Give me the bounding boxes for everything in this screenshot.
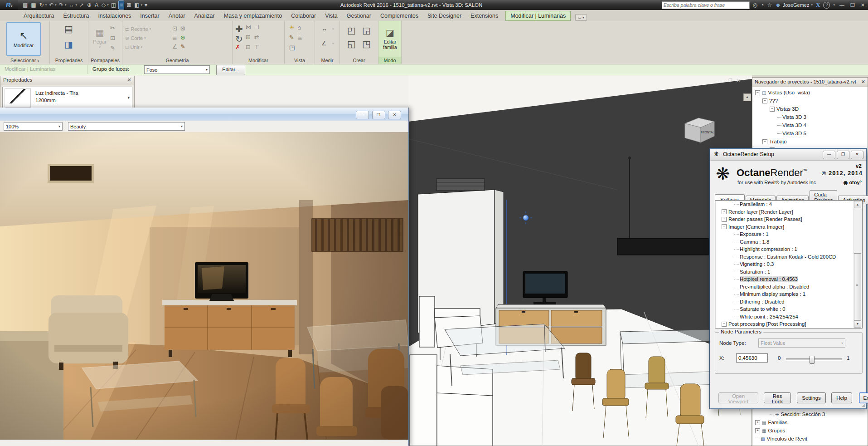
- edit-family-button[interactable]: ◪ Editar familia: [379, 23, 401, 54]
- default-3d-view-icon[interactable]: ◇: [101, 1, 107, 9]
- pb-item-vistas-3d[interactable]: −Vistas 3D: [752, 105, 868, 113]
- pb-item-familias[interactable]: +▤Familias: [752, 418, 868, 426]
- render-window-titlebar[interactable]: — ❐ ✕: [0, 108, 408, 121]
- exit-button[interactable]: Exit: [859, 392, 868, 403]
- sync-icon[interactable]: ↻: [39, 1, 45, 9]
- user-account-menu[interactable]: ☻ JoseGemez ▾: [775, 2, 813, 8]
- expander-icon[interactable]: +: [755, 420, 760, 425]
- maximize-button[interactable]: ❐: [837, 151, 849, 159]
- create-similar-icon[interactable]: ◳: [362, 39, 371, 50]
- type-properties-icon[interactable]: ▤: [64, 24, 73, 34]
- tab-estructura[interactable]: Estructura: [58, 11, 93, 21]
- aligned-dimension-icon[interactable]: ↗: [78, 1, 85, 9]
- expander-icon[interactable]: +: [722, 209, 727, 214]
- tab-instalaciones[interactable]: Instalaciones: [93, 11, 136, 21]
- search-input[interactable]: [662, 1, 750, 9]
- render-gallery-icon[interactable]: ⌂: [297, 24, 302, 33]
- tag-icon[interactable]: ⊕: [86, 1, 92, 9]
- tab-complementos[interactable]: Complementos: [376, 11, 423, 21]
- panel-label-modificar[interactable]: Modificar: [233, 57, 284, 64]
- revit-app-menu-button[interactable]: R▾: [0, 0, 18, 10]
- pendant-shade[interactable]: [617, 238, 708, 255]
- panel-label-modo[interactable]: Modo: [378, 57, 401, 64]
- paste-button[interactable]: ▦ Pegar ▾: [92, 23, 107, 53]
- view-minimize-icon[interactable]: —: [720, 78, 724, 83]
- measure-icon-dropdown[interactable]: ▾: [75, 3, 77, 7]
- pb-item-vistas-uso-vista[interactable]: −◫Vistas (Uso_vista): [752, 88, 868, 97]
- settings-button[interactable]: Settings: [797, 392, 826, 403]
- close-button[interactable]: ✕: [851, 151, 863, 159]
- exchange-apps-icon[interactable]: X: [816, 1, 820, 9]
- 3d-viewport[interactable]: FRONTAL — ❐ ✕ ▲: [408, 75, 752, 446]
- sync-icon-dropdown[interactable]: ▾: [45, 3, 47, 7]
- light-group-select[interactable]: Foso▾: [144, 65, 210, 74]
- resize-grip[interactable]: ◢: [862, 403, 865, 407]
- tab-modificar-luminarias[interactable]: Modificar | Luminarias: [505, 11, 571, 21]
- save-icon[interactable]: ▦: [30, 1, 37, 9]
- offset-icon[interactable]: ⇄: [254, 34, 259, 43]
- chevron-down-icon[interactable]: ▾: [127, 95, 130, 100]
- help-dropdown-icon[interactable]: ▾: [833, 3, 835, 7]
- pin-icon[interactable]: ⊤: [254, 44, 259, 53]
- tab-site-designer[interactable]: Site Designer: [423, 11, 466, 21]
- redo-icon-dropdown[interactable]: ▾: [65, 3, 67, 7]
- search-icon[interactable]: ◎: [753, 2, 757, 8]
- panel-label-vista[interactable]: Vista: [285, 57, 315, 64]
- geometry-unir-button[interactable]: ⊔Unir▾: [125, 43, 151, 52]
- wall-sweep-icon[interactable]: ⊡: [172, 25, 178, 33]
- setting-exposure[interactable]: Exposure : 1: [715, 230, 862, 238]
- delete-icon[interactable]: ✗: [235, 44, 243, 53]
- pb-item-trabajo[interactable]: −Trabajo: [752, 137, 868, 146]
- undo-icon-dropdown[interactable]: ▾: [55, 3, 57, 7]
- create-group-icon[interactable]: ◰: [347, 25, 356, 37]
- match-type-icon[interactable]: ✎: [110, 44, 115, 51]
- pb-item-vista-3d-3[interactable]: Vista 3D 3: [752, 113, 868, 121]
- pb-item-vista-3d-5[interactable]: Vista 3D 5: [752, 129, 868, 137]
- chevron-down-icon[interactable]: ▾: [332, 27, 334, 31]
- dialog-titlebar[interactable]: ❋ OctaneRender Setup — ❐ ✕: [710, 149, 866, 161]
- minimize-button[interactable]: —: [838, 2, 846, 8]
- tab-masa-y-emplazamiento[interactable]: Masa y emplazamiento: [219, 11, 287, 21]
- demolish-icon[interactable]: ≣: [172, 34, 178, 42]
- opening-icon[interactable]: ⊠: [180, 25, 185, 33]
- scroll-down-button[interactable]: ▼: [854, 320, 861, 328]
- help-button[interactable]: Help: [831, 392, 852, 403]
- expander-icon[interactable]: +: [722, 217, 727, 222]
- create-assembly-icon[interactable]: ◲: [362, 25, 371, 37]
- expander-icon[interactable]: −: [762, 139, 767, 144]
- geometry-recorte-button[interactable]: ⊏Recorte▾: [125, 25, 151, 34]
- setting-highlight-compression[interactable]: Highlight compression : 1: [715, 245, 862, 253]
- setting-response[interactable]: Response : Eastman Kodak - Gold 200CD: [715, 253, 862, 261]
- project-browser-header[interactable]: Navegador de proyectos - 1510_tatiana-v2…: [752, 78, 868, 87]
- setting-white-point[interactable]: White point : 254/254/254: [715, 313, 862, 321]
- render-icon[interactable]: ☀: [289, 24, 295, 33]
- view-restore-icon[interactable]: ❐: [728, 78, 732, 83]
- paint-icon[interactable]: ⊛: [180, 34, 185, 42]
- tab-gestionar[interactable]: Gestionar: [342, 11, 376, 21]
- setting-gamma[interactable]: Gamma : 1.8: [715, 238, 862, 246]
- align-icon[interactable]: ⊣: [254, 24, 259, 33]
- properties-header[interactable]: Propiedades ✕: [0, 76, 134, 85]
- close-icon[interactable]: ✕: [127, 77, 131, 83]
- pb-item-grupos[interactable]: +▦Grupos: [752, 426, 868, 435]
- type-selector[interactable]: Luz indirecta - Tira 1200mm ▾: [2, 87, 132, 108]
- modify-button[interactable]: ↖ Modificar: [6, 22, 41, 56]
- setting-imager[interactable]: −Imager [Camera Imager]: [715, 223, 862, 231]
- render-channel-select[interactable]: Beauty▾: [68, 122, 185, 131]
- panel-label-medir[interactable]: Medir: [315, 57, 339, 64]
- restore-button[interactable]: ❐: [849, 2, 856, 8]
- pb-item-vista-3d-4[interactable]: Vista 3D 4: [752, 121, 868, 129]
- chevron-down-icon[interactable]: ▾: [332, 42, 334, 45]
- default-3d-view-icon-dropdown[interactable]: ▾: [107, 3, 109, 7]
- setting-minimum-display-samples[interactable]: Minimum display samples : 1: [715, 290, 862, 298]
- scroll-up-button[interactable]: ▲: [854, 201, 861, 208]
- viewcube-front-label[interactable]: FRONTAL: [701, 131, 714, 134]
- expander-icon[interactable]: −: [722, 322, 727, 327]
- minimize-button[interactable]: —: [823, 151, 835, 159]
- maximize-button[interactable]: ❐: [372, 111, 385, 119]
- redo-icon[interactable]: ↷: [58, 1, 64, 9]
- move-icon[interactable]: ✚: [235, 24, 243, 33]
- expander-icon[interactable]: −: [770, 107, 775, 112]
- help-icon[interactable]: ?: [823, 2, 830, 9]
- tab-vista[interactable]: Vista: [320, 11, 342, 21]
